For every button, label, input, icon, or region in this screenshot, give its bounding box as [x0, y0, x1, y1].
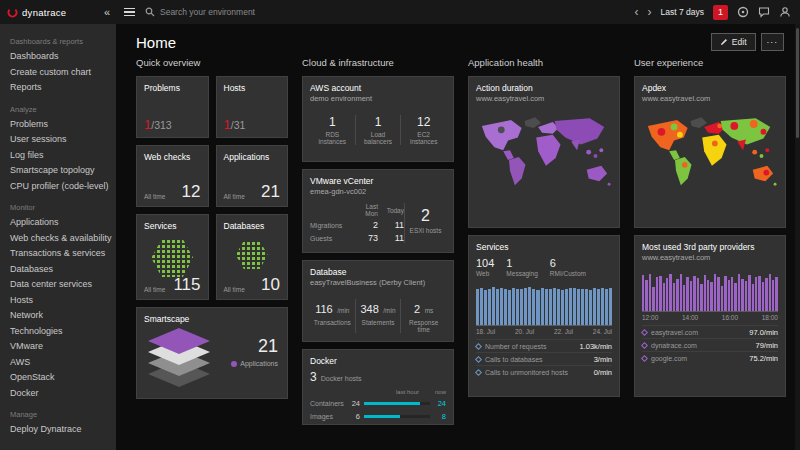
sidebar-item-docker[interactable]: Docker [10, 386, 116, 402]
tile-docker[interactable]: Docker 3 Docker hosts last hour now Cont… [302, 349, 454, 425]
tile-database[interactable]: Database easyTravelBusiness (Derby Clien… [302, 260, 454, 342]
tile-web-checks[interactable]: Web checks All time 12 [136, 145, 209, 207]
tile-problems[interactable]: Problems 1/313 [136, 76, 209, 138]
sidebar-item-transactions-services[interactable]: Transactions & services [10, 246, 116, 262]
chevron-right-icon[interactable]: › [648, 7, 652, 17]
problems-badge[interactable]: 1 [713, 5, 728, 20]
user-icon[interactable] [779, 6, 791, 18]
tile-third-party-providers[interactable]: Most used 3rd party providers www.easytr… [634, 235, 786, 397]
chart-bar [532, 289, 535, 325]
sidebar-item-user-sessions[interactable]: User sessions [10, 132, 116, 148]
col-last-hour: last hour [396, 389, 419, 395]
sidebar-item-web-checks[interactable]: Web checks & availability [10, 231, 116, 247]
search-input[interactable] [160, 7, 380, 17]
tile-title: Action duration [476, 83, 612, 93]
chart-bar [693, 276, 695, 311]
sidebar-item-data-center-services[interactable]: Data center services [10, 277, 116, 293]
sidebar-item-openstack[interactable]: OpenStack [10, 370, 116, 386]
more-button[interactable]: ··· [761, 33, 785, 51]
chart-bar [731, 277, 733, 311]
sidebar-item-databases[interactable]: Databases [10, 262, 116, 278]
world-map-action-duration [476, 111, 612, 205]
chart-bar [541, 288, 544, 325]
tile-hosts[interactable]: Hosts 1/31 [216, 76, 289, 138]
time-range-selector[interactable]: Last 7 days [661, 7, 704, 17]
chart-bar [512, 288, 515, 325]
chat-icon[interactable] [758, 6, 770, 18]
sidebar-item-applications[interactable]: Applications [10, 215, 116, 231]
chevron-left-icon[interactable]: ‹ [635, 7, 639, 17]
chart-bar [755, 277, 757, 311]
sidebar-item-smartscape-topology[interactable]: Smartscape topology [10, 163, 116, 179]
tile-action-duration[interactable]: Action duration www.easytravel.com [468, 76, 620, 228]
tile-title: Smartscape [144, 314, 280, 324]
tile-services-chart[interactable]: Services 104 Web 1 Messaging 6 [468, 235, 620, 397]
sidebar-item-technologies[interactable]: Technologies [10, 324, 116, 340]
topbar-left: dynatrace « [0, 6, 116, 18]
tile-smartscape[interactable]: Smartscape 21 Applications [136, 307, 288, 399]
sidebar-collapse-icon[interactable]: « [104, 6, 110, 18]
sidebar-item-network[interactable]: Network [10, 308, 116, 324]
images-now: 8 [434, 412, 446, 421]
all-time-label: All time [144, 193, 165, 200]
sidebar-item-hosts[interactable]: Hosts [10, 293, 116, 309]
chart-bar [520, 289, 523, 325]
sidebar-item-cpu-profiler[interactable]: CPU profiler (code-level) [10, 179, 116, 195]
page-title: Home [136, 34, 176, 51]
sidebar-item-vmware[interactable]: VMware [10, 339, 116, 355]
sidebar-item-create-custom-chart[interactable]: Create custom chart [10, 65, 116, 81]
chart-bar [565, 289, 568, 325]
tile-aws-account[interactable]: AWS account demo environment 1 RDS insta… [302, 76, 454, 162]
chart-bar [609, 288, 612, 325]
containers-bar [364, 402, 430, 405]
edit-button[interactable]: Edit [711, 33, 756, 51]
chart-bar [772, 280, 774, 311]
chart-bar [686, 277, 688, 311]
databases-count: 10 [261, 275, 280, 295]
sidebar-item-aws[interactable]: AWS [10, 355, 116, 371]
status-ring-icon[interactable] [737, 6, 749, 18]
tile-apdex[interactable]: Apdex www.easytravel.com [634, 76, 786, 228]
app-body: Dashboards & reports Dashboards Create c… [0, 24, 800, 450]
brand[interactable]: dynatrace [7, 7, 66, 18]
col-today: Today [378, 207, 404, 214]
smartscape-app-label: Applications [240, 360, 278, 367]
chart-bar [536, 290, 539, 325]
chart-bar [516, 289, 519, 325]
providers-bar-chart [642, 268, 778, 312]
chart-bar [717, 277, 719, 311]
sidebar-item-log-files[interactable]: Log files [10, 148, 116, 164]
chart-bar [741, 279, 743, 311]
sidebar-item-problems[interactable]: Problems [10, 117, 116, 133]
sidebar-item-reports[interactable]: Reports [10, 80, 116, 96]
dashboard-grid: Quick overview Problems 1/313 Hosts 1/31 [116, 53, 800, 425]
chart-bar [577, 289, 580, 325]
chart-bar [676, 279, 678, 311]
unmonitored-hosts-icon [475, 368, 482, 375]
tile-title: Docker [310, 356, 446, 366]
chart-bar [673, 283, 675, 311]
tile-databases[interactable]: Databases All time 10 [216, 214, 289, 300]
services-chart-x-axis: 18. Jul 20. Jul 22. Jul 24. Jul [476, 328, 612, 335]
tile-title: Web checks [144, 152, 201, 162]
docker-row-containers: Containers 24 24 [310, 399, 446, 408]
scrollbar-thumb[interactable] [796, 28, 799, 138]
aws-metric-ec2: 12 EC2 instances [400, 115, 446, 145]
topbar-right: ‹ › Last 7 days 1 [635, 5, 800, 20]
sidebar-item-dashboards[interactable]: Dashboards [10, 49, 116, 65]
scrollbar[interactable] [795, 24, 800, 450]
provider-icon [641, 328, 648, 335]
databases-cluster-icon [236, 241, 268, 269]
containers-last-hour: 24 [348, 399, 360, 408]
tile-services[interactable]: Services All time 115 [136, 214, 209, 300]
tile-vmware-vcenter[interactable]: VMware vCenter emea-gdn-vc002 Last Mon T… [302, 169, 454, 253]
menu-icon[interactable] [124, 6, 135, 19]
sidebar-item-deploy-dynatrace[interactable]: Deploy Dynatrace [10, 422, 116, 438]
search-icon [145, 7, 155, 17]
tile-applications[interactable]: Applications All time 21 [216, 145, 289, 207]
tile-title: Most used 3rd party providers [642, 242, 778, 252]
tile-title: Databases [224, 221, 281, 231]
provider-icon [641, 341, 648, 348]
services-metric-messaging: 1 Messaging [506, 257, 537, 277]
edit-button-label: Edit [732, 37, 747, 47]
